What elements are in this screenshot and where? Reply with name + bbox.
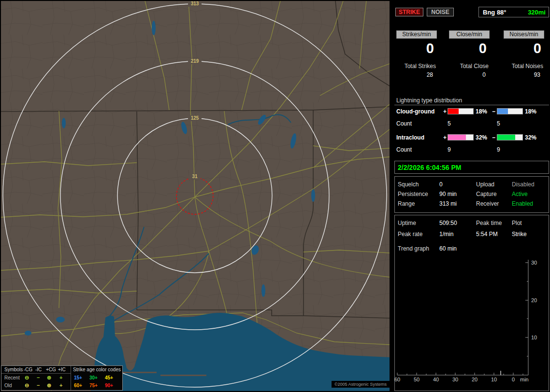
svg-text:30: 30 bbox=[531, 260, 537, 266]
age-45: 45+ bbox=[105, 375, 113, 380]
trend-graph-axes bbox=[397, 260, 528, 375]
noises-per-min-button[interactable]: Noises/min bbox=[504, 30, 544, 39]
cg-plus-pct: 18% bbox=[476, 108, 487, 115]
cg-minus-bar-fill bbox=[497, 109, 508, 114]
svg-text:30: 30 bbox=[452, 377, 458, 382]
app-window: 313 219 125 31 Symbols -CG -IC +CG +IC S… bbox=[0, 0, 550, 392]
range-value: 313 mi bbox=[439, 200, 457, 207]
range-label: Range bbox=[398, 200, 415, 207]
uptime-label: Uptime bbox=[398, 220, 416, 226]
legend-divider bbox=[71, 366, 71, 390]
age-90: 90+ bbox=[105, 383, 113, 388]
minus-sign: − bbox=[492, 108, 495, 115]
bearing-value: Bng 88° bbox=[483, 9, 507, 16]
peak-time-value: 5:54 PM bbox=[476, 231, 498, 238]
total-noises-value: 93 bbox=[504, 71, 541, 78]
cg-minus-icon: ⊖ bbox=[25, 375, 29, 381]
ic-minus-bar bbox=[497, 134, 523, 140]
receiver-label: Receiver bbox=[476, 200, 499, 207]
noise-mode-button[interactable]: NOISE bbox=[427, 8, 454, 16]
persistence-label: Persistence bbox=[398, 191, 428, 197]
capture-label: Capture bbox=[476, 191, 497, 197]
svg-text:60: 60 bbox=[394, 377, 400, 382]
ring-label-219: 219 bbox=[191, 58, 199, 64]
ring-label-313: 313 bbox=[191, 1, 199, 6]
trend-window-value: 60 min bbox=[439, 245, 457, 252]
age-15: 15+ bbox=[74, 375, 82, 380]
ic-minus-icon: − bbox=[37, 382, 40, 388]
legend-col-ic-minus: -IC bbox=[35, 367, 42, 372]
legend-header-rule bbox=[1, 373, 71, 374]
plus-sign: + bbox=[443, 134, 447, 141]
svg-text:0: 0 bbox=[512, 377, 515, 382]
legend-age-title: Strike age color codes bbox=[73, 367, 121, 372]
strikes-per-min-value: 0 bbox=[396, 41, 437, 56]
svg-text:20: 20 bbox=[531, 297, 537, 303]
strikes-per-min-button[interactable]: Strikes/min bbox=[396, 30, 437, 39]
ic-minus-icon: − bbox=[37, 375, 40, 380]
squelch-value: 0 bbox=[439, 181, 443, 188]
distribution-title: Lightning type distribution bbox=[396, 97, 462, 104]
upload-status: Disabled bbox=[512, 181, 535, 188]
strike-mode-button[interactable]: STRIKE bbox=[395, 8, 423, 16]
close-per-min-button[interactable]: Close/min bbox=[449, 30, 490, 39]
cg-minus-icon: ⊖ bbox=[25, 382, 29, 389]
trend-graph-label: Trend graph bbox=[398, 245, 429, 252]
cg-minus-pct: 18% bbox=[525, 108, 536, 115]
ring-label-125: 125 bbox=[191, 115, 199, 121]
ic-minus-pct: 32% bbox=[525, 134, 536, 141]
age-60: 60+ bbox=[74, 383, 82, 388]
minus-sign: − bbox=[492, 134, 495, 141]
noises-per-min-value: 0 bbox=[504, 41, 544, 56]
legend-col-cg-plus: +CG bbox=[46, 367, 56, 372]
ic-minus-count: 9 bbox=[497, 146, 500, 153]
total-strikes-value: 28 bbox=[396, 71, 434, 78]
legend-old-label: Old bbox=[4, 383, 12, 388]
bearing-range-readout: Bng 88° 320mi bbox=[478, 7, 549, 17]
total-strikes-label: Total Strikes bbox=[396, 63, 437, 70]
age-75: 75+ bbox=[89, 383, 98, 388]
cg-plus-count: 5 bbox=[448, 120, 451, 127]
cg-plus-icon: ⊕ bbox=[47, 382, 51, 389]
bearing-range-value: 320mi bbox=[528, 9, 546, 16]
receiver-status: Enabled bbox=[512, 200, 533, 207]
status-panel: Squelch 0 Upload Disabled Persistence 90… bbox=[394, 176, 549, 213]
lightning-map[interactable]: 313 219 125 31 Symbols -CG -IC +CG +IC S… bbox=[1, 1, 390, 391]
age-30: 30+ bbox=[89, 375, 98, 380]
legend-col-cg-minus: -CG bbox=[24, 367, 32, 372]
ic-plus-pct: 32% bbox=[476, 134, 487, 141]
svg-text:10: 10 bbox=[491, 377, 497, 382]
trend-graph: 60 50 40 30 20 10 0 min 30 20 10 bbox=[391, 256, 550, 387]
peak-rate-value: 1/min bbox=[439, 231, 453, 238]
count-label: Count bbox=[396, 120, 412, 127]
cg-minus-bar bbox=[497, 108, 523, 114]
date-time-display: 2/2/2026 6:04:56 PM bbox=[398, 164, 462, 171]
map-legend: Symbols -CG -IC +CG +IC Strike age color… bbox=[1, 365, 123, 391]
svg-text:40: 40 bbox=[433, 377, 439, 382]
squelch-label: Squelch bbox=[398, 181, 419, 188]
peak-rate-label: Peak rate bbox=[398, 231, 422, 238]
svg-text:10: 10 bbox=[531, 335, 537, 340]
persistence-value: 90 min bbox=[439, 191, 457, 197]
ic-plus-icon: + bbox=[59, 375, 62, 380]
barrier-island bbox=[160, 375, 206, 376]
ring-label-31: 31 bbox=[192, 174, 198, 179]
copyright-text: ©2005 Astrogenic Systems bbox=[332, 381, 390, 388]
map-canvas: 313 219 125 31 bbox=[1, 1, 390, 391]
ic-plus-count: 9 bbox=[448, 146, 451, 153]
total-close-label: Total Close bbox=[449, 63, 490, 70]
ic-plus-bar bbox=[448, 134, 474, 140]
total-close-value: 0 bbox=[449, 71, 487, 78]
svg-text:50: 50 bbox=[414, 377, 420, 382]
cg-plus-bar-fill bbox=[448, 109, 459, 114]
barrier-island bbox=[123, 372, 157, 373]
legend-recent-label: Recent bbox=[4, 375, 20, 380]
count-label: Count bbox=[396, 146, 412, 153]
total-noises-label: Total Noises bbox=[504, 63, 544, 70]
ic-minus-bar-fill bbox=[497, 135, 515, 140]
upload-label: Upload bbox=[476, 181, 494, 188]
cg-plus-bar bbox=[448, 108, 474, 114]
ic-plus-icon: + bbox=[59, 382, 62, 388]
capture-status: Active bbox=[512, 191, 528, 197]
clock-panel: 2/2/2026 6:04:56 PM bbox=[394, 161, 549, 174]
